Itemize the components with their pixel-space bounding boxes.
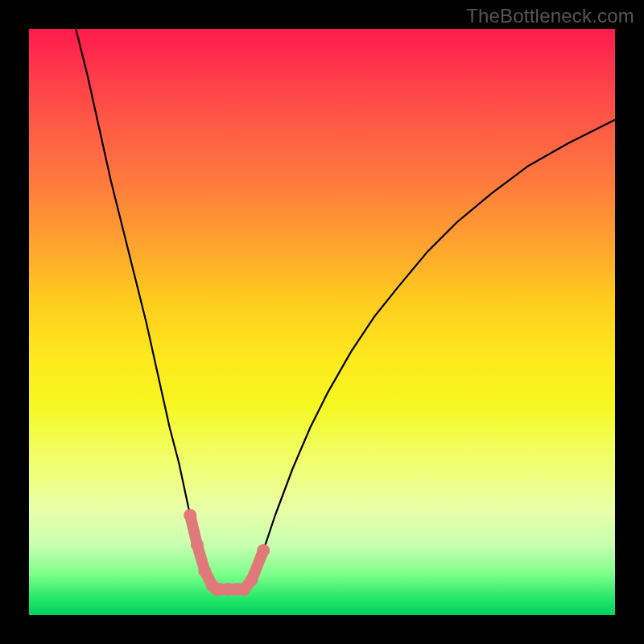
highlight-dot <box>184 509 196 522</box>
highlight-dot <box>191 539 204 551</box>
watermark-label: TheBottleneck.com <box>466 5 634 27</box>
chart-frame: TheBottleneck.com <box>0 0 644 644</box>
highlight-dot <box>257 544 270 557</box>
highlight-dot <box>198 564 211 577</box>
plot-area <box>29 29 615 615</box>
curve-svg <box>29 29 615 615</box>
curve-left-branch <box>76 29 220 589</box>
curve-right-branch <box>244 120 615 589</box>
highlight-dot <box>246 573 258 586</box>
